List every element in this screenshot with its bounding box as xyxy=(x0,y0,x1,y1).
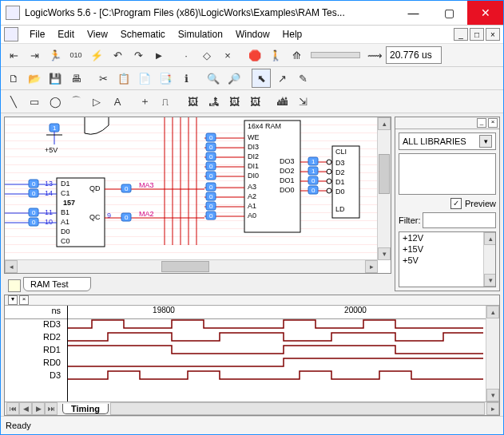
timing-hscroll[interactable] xyxy=(110,402,485,415)
mdi-restore-button[interactable]: □ xyxy=(470,28,484,41)
print-icon[interactable]: 🖶 xyxy=(66,69,85,88)
signal-label[interactable]: RD0 xyxy=(5,358,67,370)
nav-prev-icon[interactable]: ◀ xyxy=(19,402,32,415)
poly-icon[interactable]: ▷ xyxy=(87,92,106,111)
minimize-button[interactable]: — xyxy=(395,1,431,25)
text-icon[interactable]: A xyxy=(108,92,127,111)
tool-walk-icon[interactable]: 🚶 xyxy=(266,45,285,65)
cut-icon[interactable]: ✂ xyxy=(93,69,113,88)
panel-close-icon[interactable]: × xyxy=(488,118,498,128)
menu-view[interactable]: View xyxy=(81,27,114,42)
nav-first-icon[interactable]: ⏮ xyxy=(6,402,19,415)
line-icon[interactable]: ╲ xyxy=(4,92,23,111)
schematic-hscroll[interactable]: ◂ ▸ xyxy=(5,259,378,273)
tool-zap-icon[interactable]: ⚡ xyxy=(87,45,106,65)
menu-edit[interactable]: Edit xyxy=(51,27,81,42)
menu-window[interactable]: Window xyxy=(229,27,276,42)
zoomout-icon[interactable]: 🔎 xyxy=(224,69,244,88)
pic2-icon[interactable]: 🏞 xyxy=(204,92,223,111)
scroll-up-icon[interactable]: ▴ xyxy=(378,117,391,130)
parts-list[interactable]: +12V +15V +5V ▴ ▾ xyxy=(399,231,496,287)
rect-icon[interactable]: ▭ xyxy=(25,92,44,111)
tab-timing[interactable]: Timing xyxy=(62,404,109,414)
tool-speed-icon[interactable]: ⟰ xyxy=(287,45,306,65)
list-vscroll[interactable]: ▴ ▾ xyxy=(483,232,495,287)
timing-header[interactable]: ▾ × xyxy=(5,295,499,306)
scroll-down-icon[interactable]: ▾ xyxy=(486,389,499,401)
close-button[interactable]: ✕ xyxy=(467,1,503,25)
list-item[interactable]: +5V xyxy=(399,255,495,266)
zoomin-icon[interactable]: 🔍 xyxy=(204,69,223,88)
doc-icon[interactable] xyxy=(4,27,18,42)
tool-run-icon[interactable]: 🏃 xyxy=(46,45,65,65)
circle-icon[interactable]: ◯ xyxy=(46,92,65,111)
tool-equals-icon[interactable]: × xyxy=(218,45,237,65)
pencil-icon[interactable]: ✎ xyxy=(293,69,312,88)
chevron-down-icon[interactable]: ▾ xyxy=(479,135,492,148)
tool-undo-icon[interactable]: ↶ xyxy=(108,45,127,65)
pic1-icon[interactable]: 🖼 xyxy=(183,92,202,111)
tool-step-icon[interactable]: ⇥ xyxy=(25,45,44,65)
filter-input[interactable] xyxy=(423,212,497,228)
schematic-vscroll[interactable]: ▴ ▾ xyxy=(377,117,391,260)
signal-label[interactable]: RD2 xyxy=(5,332,67,345)
signal-label[interactable]: RD1 xyxy=(5,345,67,358)
tool-redo-icon[interactable]: ↷ xyxy=(129,45,148,65)
nav-next-icon[interactable]: ▶ xyxy=(32,402,45,415)
menu-schematic[interactable]: Schematic xyxy=(114,27,172,42)
chart-icon[interactable]: 🏙 xyxy=(272,92,292,111)
export-icon[interactable]: ⇲ xyxy=(293,92,312,111)
tool-jump-icon[interactable]: ⟿ xyxy=(365,45,384,65)
paste-icon[interactable]: 📄 xyxy=(135,69,154,88)
library-combo[interactable]: ALL LIBRARIES ▾ xyxy=(399,132,496,150)
scroll-down-icon[interactable]: ▾ xyxy=(378,247,391,260)
timing-vscroll[interactable]: ▴ ▾ xyxy=(486,306,499,401)
list-item[interactable]: +12V xyxy=(399,232,495,243)
menu-file[interactable]: File xyxy=(23,27,51,42)
pic3-icon[interactable]: 🖼 xyxy=(224,92,244,111)
info-icon[interactable]: ℹ xyxy=(177,69,196,88)
list-item[interactable]: +15V xyxy=(399,243,495,255)
pointer-icon[interactable]: ⬉ xyxy=(252,69,271,88)
signal-label[interactable]: D3 xyxy=(5,370,67,383)
scroll-down-icon[interactable]: ▾ xyxy=(484,274,496,287)
mdi-close-button[interactable]: × xyxy=(486,28,500,41)
scroll-left-icon[interactable]: ◂ xyxy=(5,260,18,273)
save-icon[interactable]: 💾 xyxy=(46,69,65,88)
scroll-right-icon[interactable]: ▸ xyxy=(486,402,499,415)
scroll-right-icon[interactable]: ▸ xyxy=(365,260,378,273)
nav-last-icon[interactable]: ⏭ xyxy=(45,402,58,415)
speed-slider[interactable] xyxy=(311,52,360,58)
mdi-minimize-button[interactable]: _ xyxy=(454,28,468,41)
preview-checkbox[interactable]: ✓ xyxy=(450,198,462,209)
menu-help[interactable]: Help xyxy=(276,27,309,42)
tool-play-icon[interactable]: ► xyxy=(149,45,169,65)
tab-ram-test[interactable]: RAM Test xyxy=(23,277,91,291)
panel-header[interactable]: _ × xyxy=(395,117,499,129)
panel-min-icon[interactable]: _ xyxy=(477,118,486,128)
tool-diamond-icon[interactable]: · xyxy=(177,45,196,65)
tool-reset-icon[interactable]: ⇤ xyxy=(4,45,23,65)
timing-close-icon[interactable]: × xyxy=(19,295,29,305)
probe-icon[interactable]: ↗ xyxy=(272,69,292,88)
new-icon[interactable]: 🗋 xyxy=(4,69,23,88)
waveform-area[interactable]: 19800 20000 xyxy=(68,306,486,401)
time-display[interactable]: 20.776 us xyxy=(386,46,442,64)
scroll-up-icon[interactable]: ▴ xyxy=(484,232,496,245)
duplicate-icon[interactable]: 📑 xyxy=(156,69,175,88)
pic4-icon[interactable]: 🖼 xyxy=(245,92,264,111)
menu-simulation[interactable]: Simulation xyxy=(172,27,229,42)
plus-icon[interactable]: ＋ xyxy=(135,92,154,111)
timing-pin-icon[interactable]: ▾ xyxy=(8,295,18,305)
scroll-up-icon[interactable]: ▴ xyxy=(486,306,499,318)
tool-x-icon[interactable]: ◇ xyxy=(197,45,216,65)
tool-binary-icon[interactable]: 010 xyxy=(66,45,85,65)
maximize-button[interactable]: ▢ xyxy=(431,1,467,25)
tool-stop-icon[interactable]: 🛑 xyxy=(245,45,264,65)
arc-icon[interactable]: ⌒ xyxy=(66,92,85,111)
bus-icon[interactable]: ⎍ xyxy=(156,92,175,111)
title-bar[interactable]: LogicWorks 5.6 - [C:\Program Files (x86)… xyxy=(1,1,503,26)
signal-label[interactable]: RD3 xyxy=(5,319,67,332)
copy-icon[interactable]: 📋 xyxy=(114,69,133,88)
schematic-canvas[interactable]: 1 +5V 157 D1 C1 B1 A1 D0 C0 xyxy=(5,117,378,260)
